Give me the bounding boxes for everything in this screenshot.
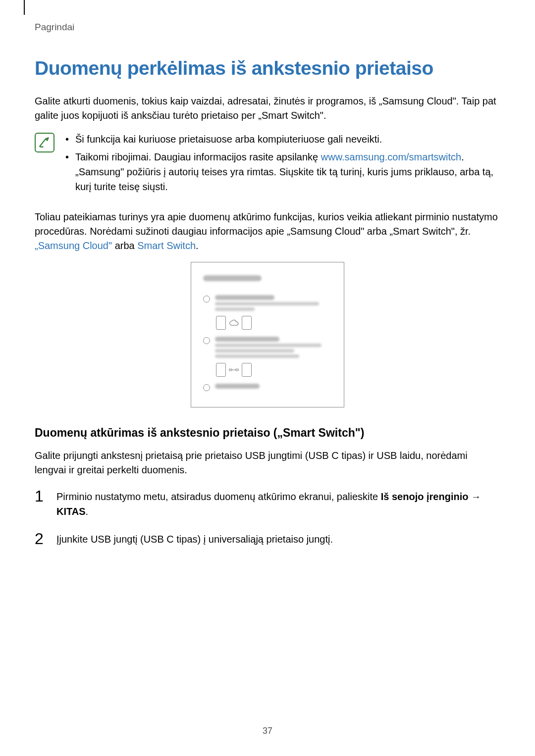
mock-text-line	[215, 302, 319, 305]
phone-icon	[242, 316, 252, 330]
mock-text-line	[215, 349, 294, 353]
intro-paragraph: Galite atkurti duomenis, tokius kaip vai…	[35, 94, 500, 123]
restore-data-screenshot	[191, 262, 344, 407]
step-1-end: .	[86, 506, 89, 517]
step-1-bold-2: KITAS	[56, 506, 86, 517]
mock-text-line	[215, 337, 279, 342]
trim-mark	[24, 0, 25, 15]
mock-option-cloud	[203, 295, 332, 330]
mock-option-none	[203, 384, 332, 391]
para2-text-a: Toliau pateikiamas turinys yra apie duom…	[35, 211, 498, 237]
step-1-arrow: →	[468, 491, 481, 502]
step-1-body: Pirminio nustatymo metu, atsiradus duome…	[56, 489, 500, 519]
mock-text-line	[215, 354, 299, 358]
mock-title	[203, 275, 262, 281]
note-bullet-2: Taikomi ribojimai. Daugiau informacijos …	[65, 150, 500, 194]
page-title: Duomenų perkėlimas iš ankstesnio prietai…	[35, 57, 500, 79]
phone-icon	[216, 363, 226, 377]
mock-option-device	[203, 337, 332, 377]
radio-icon	[203, 296, 210, 302]
mock-text-line	[215, 307, 255, 311]
phone-icon	[242, 363, 252, 377]
note-bullet-1: Ši funkcija kai kuriuose prietaisuose ar…	[65, 132, 500, 147]
step-1-bold-1: Iš senojo įrenginio	[381, 491, 469, 502]
para2-mid: arba	[112, 240, 137, 251]
step-2: 2 Įjunkite USB jungtį (USB C tipas) į un…	[35, 532, 500, 547]
radio-icon	[203, 384, 210, 391]
svg-rect-2	[236, 369, 238, 370]
para2-end: .	[196, 240, 199, 251]
samsung-cloud-link[interactable]: „Samsung Cloud"	[35, 240, 112, 251]
phone-icon	[216, 316, 226, 330]
smartswitch-link[interactable]: www.samsung.com/smartswitch	[321, 151, 461, 162]
smart-switch-link[interactable]: Smart Switch	[137, 240, 196, 251]
mock-text-line	[215, 344, 321, 347]
mock-usb-transfer-icon	[216, 363, 332, 377]
step-number: 1	[35, 488, 46, 504]
step-number: 2	[35, 531, 46, 547]
note-list: Ši funkcija kai kuriuose prietaisuose ar…	[65, 132, 500, 197]
radio-icon	[203, 337, 210, 344]
paragraph-2: Toliau pateikiamas turinys yra apie duom…	[35, 210, 500, 253]
sub-intro: Galite prijungti ankstesnį prietaisą pri…	[35, 449, 500, 477]
svg-rect-0	[229, 369, 232, 370]
mock-text-line	[215, 295, 274, 300]
step-2-body: Įjunkite USB jungtį (USB C tipas) į univ…	[56, 532, 500, 547]
page-number: 37	[0, 726, 535, 736]
section-header: Pagrindai	[35, 22, 500, 33]
note-block: Ši funkcija kai kuriuose prietaisuose ar…	[35, 132, 500, 197]
mock-text-line	[215, 384, 260, 389]
note-bullet-2-text-a: Taikomi ribojimai. Daugiau informacijos …	[75, 151, 321, 162]
steps-list: 1 Pirminio nustatymo metu, atsiradus duo…	[35, 489, 500, 547]
step-1: 1 Pirminio nustatymo metu, atsiradus duo…	[35, 489, 500, 519]
usb-icon	[229, 367, 239, 372]
step-1-text-a: Pirminio nustatymo metu, atsiradus duome…	[56, 491, 381, 502]
subheading: Duomenų atkūrimas iš ankstesnio prietais…	[35, 426, 500, 440]
cloud-icon	[229, 319, 239, 326]
mock-cloud-transfer-icon	[216, 316, 332, 330]
note-icon	[35, 133, 54, 152]
